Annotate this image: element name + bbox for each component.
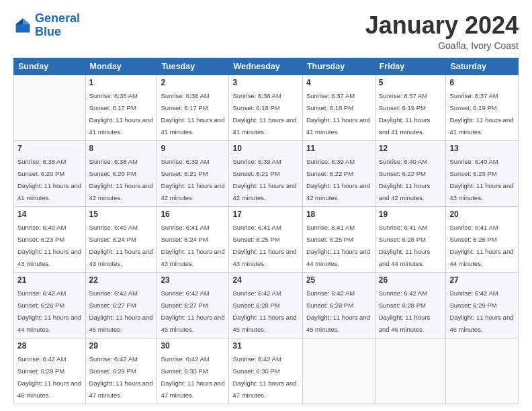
day-header-tuesday: Tuesday xyxy=(157,58,229,75)
day-number: 5 xyxy=(379,78,443,87)
calendar-cell: 19 Sunrise: 6:41 AMSunset: 6:26 PMDaylig… xyxy=(375,206,446,272)
calendar-cell: 26 Sunrise: 6:42 AMSunset: 6:28 PMDaylig… xyxy=(375,272,446,338)
day-number: 7 xyxy=(17,144,82,153)
day-info: Sunrise: 6:42 AMSunset: 6:28 PMDaylight:… xyxy=(306,289,370,333)
day-number: 24 xyxy=(232,275,298,285)
day-number: 12 xyxy=(379,144,443,153)
calendar-cell: 9 Sunrise: 6:39 AMSunset: 6:21 PMDayligh… xyxy=(157,140,229,206)
calendar-cell: 15 Sunrise: 6:40 AMSunset: 6:24 PMDaylig… xyxy=(85,206,157,272)
calendar-cell: 24 Sunrise: 6:42 AMSunset: 6:28 PMDaylig… xyxy=(229,272,302,338)
day-header-monday: Monday xyxy=(85,58,157,75)
day-info: Sunrise: 6:42 AMSunset: 6:30 PMDaylight:… xyxy=(161,355,224,399)
calendar-cell: 16 Sunrise: 6:41 AMSunset: 6:24 PMDaylig… xyxy=(157,206,229,272)
day-info: Sunrise: 6:41 AMSunset: 6:26 PMDaylight:… xyxy=(379,224,431,267)
day-info: Sunrise: 6:40 AMSunset: 6:23 PMDaylight:… xyxy=(449,158,513,201)
page: General Blue January 2024 Goafla, Ivory … xyxy=(0,0,532,411)
week-row-3: 14 Sunrise: 6:40 AMSunset: 6:23 PMDaylig… xyxy=(14,206,519,272)
day-number: 13 xyxy=(449,144,515,153)
calendar-table: SundayMondayTuesdayWednesdayThursdayFrid… xyxy=(13,58,519,404)
logo: General Blue xyxy=(13,12,80,39)
week-row-1: 1 Sunrise: 6:35 AMSunset: 6:17 PMDayligh… xyxy=(14,75,519,140)
day-header-saturday: Saturday xyxy=(446,58,519,75)
day-header-sunday: Sunday xyxy=(14,58,86,75)
calendar-cell: 30 Sunrise: 6:42 AMSunset: 6:30 PMDaylig… xyxy=(157,338,229,404)
calendar-cell xyxy=(375,338,446,404)
day-header-wednesday: Wednesday xyxy=(229,58,302,75)
header-row: SundayMondayTuesdayWednesdayThursdayFrid… xyxy=(14,58,519,75)
day-info: Sunrise: 6:42 AMSunset: 6:28 PMDaylight:… xyxy=(232,289,296,333)
day-number: 30 xyxy=(161,341,225,351)
day-info: Sunrise: 6:38 AMSunset: 6:20 PMDaylight:… xyxy=(89,158,153,201)
logo-line1: General xyxy=(35,11,80,25)
logo-text: General Blue xyxy=(35,12,80,39)
title-block: January 2024 Goafla, Ivory Coast xyxy=(365,12,519,51)
calendar-cell xyxy=(14,75,86,140)
svg-marker-2 xyxy=(16,18,24,24)
calendar-cell: 18 Sunrise: 6:41 AMSunset: 6:25 PMDaylig… xyxy=(302,206,375,272)
day-header-friday: Friday xyxy=(375,58,446,75)
day-info: Sunrise: 6:41 AMSunset: 6:26 PMDaylight:… xyxy=(449,224,513,267)
day-info: Sunrise: 6:42 AMSunset: 6:26 PMDaylight:… xyxy=(17,289,81,333)
calendar-cell: 25 Sunrise: 6:42 AMSunset: 6:28 PMDaylig… xyxy=(302,272,375,338)
calendar-cell: 1 Sunrise: 6:35 AMSunset: 6:17 PMDayligh… xyxy=(85,75,157,140)
day-number: 15 xyxy=(89,210,154,219)
day-number: 19 xyxy=(379,210,443,219)
day-info: Sunrise: 6:39 AMSunset: 6:21 PMDaylight:… xyxy=(232,158,296,201)
day-number: 16 xyxy=(161,210,225,219)
calendar-cell: 11 Sunrise: 6:39 AMSunset: 6:22 PMDaylig… xyxy=(302,140,375,206)
subtitle: Goafla, Ivory Coast xyxy=(365,40,519,51)
day-info: Sunrise: 6:42 AMSunset: 6:30 PMDaylight:… xyxy=(232,355,296,399)
main-title: January 2024 xyxy=(365,12,519,39)
calendar-cell: 23 Sunrise: 6:42 AMSunset: 6:27 PMDaylig… xyxy=(157,272,229,338)
day-number: 28 xyxy=(17,341,82,351)
calendar-cell: 10 Sunrise: 6:39 AMSunset: 6:21 PMDaylig… xyxy=(229,140,302,206)
day-number: 2 xyxy=(161,78,225,87)
calendar-cell: 6 Sunrise: 6:37 AMSunset: 6:19 PMDayligh… xyxy=(446,75,519,140)
calendar-cell: 22 Sunrise: 6:42 AMSunset: 6:27 PMDaylig… xyxy=(85,272,157,338)
calendar-cell: 27 Sunrise: 6:42 AMSunset: 6:29 PMDaylig… xyxy=(446,272,519,338)
day-number: 9 xyxy=(161,144,225,153)
logo-line2: Blue xyxy=(35,25,61,38)
day-number: 27 xyxy=(449,275,515,285)
calendar-cell: 14 Sunrise: 6:40 AMSunset: 6:23 PMDaylig… xyxy=(14,206,86,272)
week-row-4: 21 Sunrise: 6:42 AMSunset: 6:26 PMDaylig… xyxy=(14,272,519,338)
calendar-cell: 8 Sunrise: 6:38 AMSunset: 6:20 PMDayligh… xyxy=(85,140,157,206)
calendar-cell xyxy=(302,338,375,404)
calendar-cell: 12 Sunrise: 6:40 AMSunset: 6:22 PMDaylig… xyxy=(375,140,446,206)
calendar-cell xyxy=(446,338,519,404)
day-number: 11 xyxy=(306,144,371,153)
calendar-cell: 31 Sunrise: 6:42 AMSunset: 6:30 PMDaylig… xyxy=(229,338,302,404)
day-header-thursday: Thursday xyxy=(302,58,375,75)
day-number: 4 xyxy=(306,78,371,87)
day-info: Sunrise: 6:42 AMSunset: 6:29 PMDaylight:… xyxy=(17,355,81,399)
day-number: 22 xyxy=(89,275,154,285)
day-number: 1 xyxy=(89,78,154,87)
calendar-cell: 2 Sunrise: 6:36 AMSunset: 6:17 PMDayligh… xyxy=(157,75,229,140)
day-number: 23 xyxy=(161,275,225,285)
day-number: 6 xyxy=(449,78,515,87)
day-info: Sunrise: 6:37 AMSunset: 6:19 PMDaylight:… xyxy=(449,92,513,136)
day-info: Sunrise: 6:36 AMSunset: 6:17 PMDaylight:… xyxy=(161,92,224,136)
day-info: Sunrise: 6:40 AMSunset: 6:24 PMDaylight:… xyxy=(89,224,153,267)
day-info: Sunrise: 6:42 AMSunset: 6:27 PMDaylight:… xyxy=(89,289,153,333)
day-number: 3 xyxy=(232,78,298,87)
week-row-5: 28 Sunrise: 6:42 AMSunset: 6:29 PMDaylig… xyxy=(14,338,519,404)
calendar-cell: 21 Sunrise: 6:42 AMSunset: 6:26 PMDaylig… xyxy=(14,272,86,338)
day-number: 17 xyxy=(232,210,298,219)
calendar-cell: 17 Sunrise: 6:41 AMSunset: 6:25 PMDaylig… xyxy=(229,206,302,272)
calendar-cell: 28 Sunrise: 6:42 AMSunset: 6:29 PMDaylig… xyxy=(14,338,86,404)
day-number: 21 xyxy=(17,275,82,285)
day-info: Sunrise: 6:41 AMSunset: 6:25 PMDaylight:… xyxy=(232,224,296,267)
day-number: 25 xyxy=(306,275,371,285)
day-info: Sunrise: 6:35 AMSunset: 6:17 PMDaylight:… xyxy=(89,92,153,136)
day-number: 18 xyxy=(306,210,371,219)
day-number: 29 xyxy=(89,341,154,351)
day-info: Sunrise: 6:42 AMSunset: 6:27 PMDaylight:… xyxy=(161,289,224,333)
day-number: 26 xyxy=(379,275,443,285)
day-info: Sunrise: 6:37 AMSunset: 6:19 PMDaylight:… xyxy=(379,92,431,136)
day-info: Sunrise: 6:38 AMSunset: 6:20 PMDaylight:… xyxy=(17,158,81,201)
calendar-cell: 29 Sunrise: 6:42 AMSunset: 6:29 PMDaylig… xyxy=(85,338,157,404)
svg-marker-1 xyxy=(23,18,30,24)
week-row-2: 7 Sunrise: 6:38 AMSunset: 6:20 PMDayligh… xyxy=(14,140,519,206)
day-number: 20 xyxy=(449,210,515,219)
